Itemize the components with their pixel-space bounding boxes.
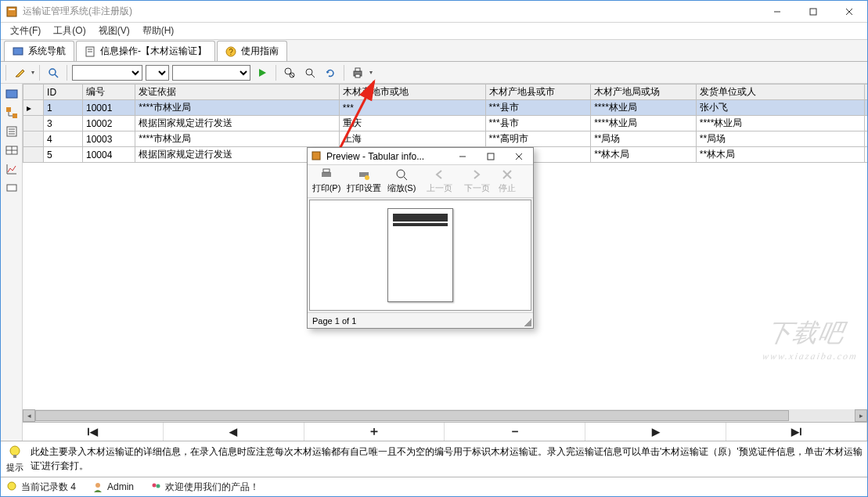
scroll-thumb[interactable]	[35, 410, 789, 421]
grid-header-row: ID 编号 发证依据 木材产地市或地 木材产地县或市 木材产地局或场 发货单位或…	[23, 85, 868, 100]
tab-system-nav[interactable]: 系统导航	[4, 41, 74, 61]
preview-close-button[interactable]	[505, 148, 533, 165]
preview-print-setup-button[interactable]: 打印设置	[345, 165, 383, 197]
search-icon[interactable]	[45, 64, 62, 81]
col-basis[interactable]: 发证依据	[135, 85, 340, 100]
toolbar: ▾ ▾	[1, 62, 867, 84]
svg-point-38	[95, 483, 100, 488]
scroll-track[interactable]	[35, 410, 855, 421]
zoom-out-icon[interactable]	[301, 64, 319, 81]
col-id[interactable]: ID	[44, 85, 83, 100]
preview-title-bar[interactable]: Preview - Tabular info...	[308, 148, 533, 165]
document-icon	[85, 46, 95, 57]
preview-maximize-button[interactable]	[477, 148, 505, 165]
filter-combo-1[interactable]	[72, 65, 142, 81]
form-icon[interactable]	[5, 124, 19, 139]
col-county[interactable]: 木材产地县或市	[485, 85, 591, 100]
minimize-button[interactable]	[759, 1, 795, 23]
menu-tools[interactable]: 工具(O)	[47, 23, 92, 39]
scroll-left-button[interactable]: ◂	[23, 409, 35, 422]
maximize-button[interactable]	[795, 1, 831, 23]
preview-print-button[interactable]: 打印(P)	[308, 165, 345, 197]
tab-info-operation[interactable]: 信息操作-【木材运输证】	[76, 41, 215, 61]
card-icon[interactable]	[5, 181, 19, 195]
nav-first-button[interactable]: ꓲ◀	[23, 423, 164, 441]
svg-line-13	[55, 74, 58, 77]
zoom-in-icon[interactable]	[281, 64, 298, 81]
menu-file[interactable]: 文件(F)	[4, 23, 47, 39]
menu-bar: 文件(F) 工具(O) 视图(V) 帮助(H)	[1, 23, 867, 40]
menu-help[interactable]: 帮助(H)	[136, 23, 181, 39]
grid-icon[interactable]	[5, 87, 19, 101]
zoom-icon	[395, 168, 408, 181]
watermark: 下载吧 www.xiazaiba.com	[762, 316, 865, 362]
tab-label: 使用指南	[241, 45, 279, 58]
preview-page	[387, 208, 453, 302]
menu-view[interactable]: 视图(V)	[92, 23, 136, 39]
svg-rect-22	[6, 90, 17, 98]
col-num[interactable]: 编号	[82, 85, 135, 100]
refresh-icon[interactable]	[322, 64, 339, 81]
dropdown-icon[interactable]: ▾	[31, 69, 34, 76]
svg-point-39	[153, 484, 157, 488]
scroll-right-button[interactable]: ▸	[855, 409, 867, 422]
lightbulb-icon	[7, 445, 23, 462]
nav-add-button[interactable]: ＋	[304, 423, 445, 441]
play-icon[interactable]	[254, 64, 271, 81]
tab-user-guide[interactable]: ? 使用指南	[217, 41, 287, 61]
tree-icon[interactable]	[5, 106, 19, 120]
table-icon[interactable]	[5, 143, 19, 157]
edit-icon[interactable]	[11, 64, 28, 81]
nav-last-button[interactable]: ▶ꓲ	[726, 423, 867, 441]
table-row[interactable]: ▸ 1 10001 ****市林业局 *** ***县市 ****林业局 张小飞…	[23, 100, 868, 116]
chart-icon[interactable]	[5, 162, 19, 176]
horizontal-scrollbar[interactable]: ◂ ▸	[23, 409, 867, 422]
svg-line-52	[404, 177, 407, 180]
app-icon	[311, 150, 323, 163]
svg-rect-24	[13, 113, 17, 118]
preview-zoom-button[interactable]: 缩放(S)	[383, 165, 420, 197]
svg-line-18	[312, 74, 315, 77]
arrow-left-icon	[433, 168, 445, 181]
preview-status-bar: Page 1 of 1	[308, 312, 533, 328]
col-city[interactable]: 木材产地市或地	[339, 85, 485, 100]
svg-rect-36	[13, 455, 16, 458]
dropdown-icon[interactable]: ▾	[369, 69, 373, 76]
nav-delete-button[interactable]: －	[445, 423, 585, 441]
people-icon	[149, 481, 162, 493]
window-title: 运输证管理系统(非注册版)	[23, 5, 759, 18]
col-sender[interactable]: 发货单位或人	[696, 85, 864, 100]
preview-prev-page-button: 上一页	[420, 165, 458, 197]
resize-grip-icon[interactable]	[524, 319, 531, 326]
col-bureau[interactable]: 木材产地局或场	[591, 85, 697, 100]
close-icon	[501, 168, 513, 181]
svg-point-17	[306, 69, 312, 75]
svg-rect-48	[323, 169, 330, 172]
preview-canvas[interactable]	[309, 200, 531, 311]
svg-text:?: ?	[229, 48, 233, 56]
svg-rect-21	[355, 74, 360, 77]
preview-minimize-button[interactable]	[448, 148, 477, 165]
preview-next-page-button: 下一页	[458, 165, 495, 197]
svg-line-15	[290, 74, 294, 77]
table-row[interactable]: 4 10003 ****市林业局 上海 ***高明市 **局场 **局场 张云	[23, 131, 868, 147]
svg-rect-3	[810, 9, 816, 15]
printer-icon[interactable]	[349, 64, 366, 81]
app-icon	[5, 5, 18, 18]
print-preview-dialog[interactable]: Preview - Tabular info... 打印(P) 打印设置 缩放(…	[307, 147, 534, 329]
table-row[interactable]: 3 10002 根据国家规定进行发送 重庆 ***县市 ****林业局 ****…	[23, 116, 868, 131]
filter-combo-3[interactable]	[172, 65, 250, 81]
svg-rect-23	[6, 107, 11, 112]
col-rowheader[interactable]	[23, 85, 44, 100]
nav-prev-button[interactable]: ◀	[164, 423, 304, 441]
svg-rect-0	[7, 7, 16, 16]
svg-rect-1	[9, 9, 15, 10]
filter-combo-2[interactable]	[146, 65, 169, 81]
window-icon	[13, 46, 23, 57]
tab-label: 信息操作-【木材运输证】	[100, 45, 207, 58]
col-receiver[interactable]: 收货单位或	[864, 85, 867, 100]
close-button[interactable]	[831, 1, 867, 23]
nav-next-button[interactable]: ▶	[585, 423, 726, 441]
status-bar: 当前记录数 4 Admin 欢迎使用我们的产品！	[1, 477, 867, 496]
hint-label: 提示	[6, 462, 23, 474]
